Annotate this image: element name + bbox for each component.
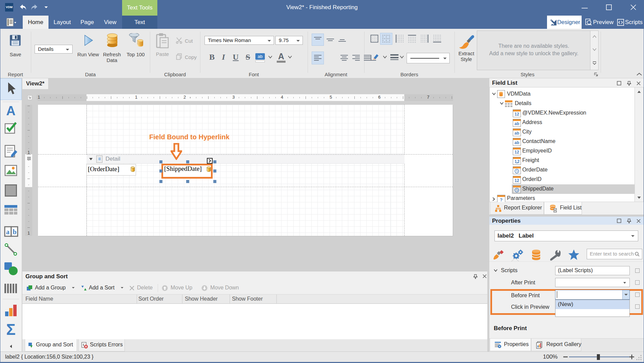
svg-text:b: b [13,228,16,236]
svg-text:a: a [6,228,9,236]
